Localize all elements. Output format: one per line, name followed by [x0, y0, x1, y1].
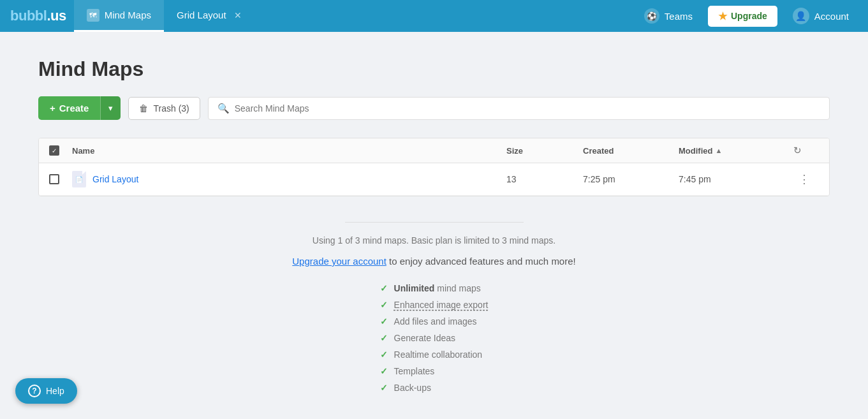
feature-image-export-text: Enhanced image export — [394, 300, 489, 310]
column-name: Name — [72, 146, 506, 156]
tab-mind-maps[interactable]: 🗺 Mind Maps — [74, 0, 164, 32]
search-input[interactable] — [235, 103, 820, 114]
feature-templates-text: Templates — [394, 366, 435, 376]
feature-ideas-text: Generate Ideas — [394, 333, 456, 343]
close-tab-icon[interactable]: ✕ — [234, 10, 242, 20]
tab-mind-maps-label: Mind Maps — [105, 10, 151, 20]
feature-backups: ✓ Back-ups — [380, 379, 489, 396]
nav-tabs: 🗺 Mind Maps Grid Layout ✕ — [74, 0, 254, 32]
feature-realtime-collab: ✓ Realtime collaboration — [380, 346, 489, 363]
column-size: Size — [506, 146, 583, 156]
feature-files-images: ✓ Add files and images — [380, 313, 489, 330]
check-icon-7: ✓ — [380, 383, 388, 393]
plus-icon: + — [50, 103, 55, 114]
column-modified-label: Modified — [679, 146, 712, 156]
app-logo: bubbl.us — [10, 8, 66, 24]
star-icon: ★ — [718, 10, 727, 22]
feature-unlimited-text: Unlimited mind maps — [394, 283, 481, 293]
file-modified: 7:45 pm — [679, 174, 793, 184]
account-label: Account — [814, 11, 849, 22]
main-content: Mind Maps + Create ▾ 🗑 Trash (3) 🔍 ✓ Na — [0, 32, 868, 419]
help-button[interactable]: ? Help — [15, 378, 77, 404]
page-title: Mind Maps — [38, 57, 830, 81]
more-actions-button[interactable]: ⋮ — [793, 170, 815, 189]
check-icon-3: ✓ — [380, 316, 388, 327]
row-actions: ⋮ — [793, 170, 819, 189]
header-right: ⚽ Teams ★ Upgrade 👤 Account — [635, 4, 858, 28]
teams-button[interactable]: ⚽ Teams — [635, 4, 702, 27]
upgrade-suffix: to enjoy advanced features and much more… — [386, 256, 576, 267]
row-checkbox-cell — [49, 174, 72, 184]
select-all-checkbox[interactable]: ✓ — [49, 145, 59, 156]
mind-maps-table: ✓ Name Size Created Modified ▲ ↻ 📄 Grid … — [38, 138, 830, 196]
feature-image-export: ✓ Enhanced image export — [380, 297, 489, 313]
chevron-down-icon: ▾ — [108, 103, 113, 113]
upgrade-button[interactable]: ★ Upgrade — [708, 6, 777, 27]
feature-backups-text: Back-ups — [394, 383, 431, 393]
feature-bold-unlimited: Unlimited — [394, 283, 435, 293]
row-checkbox[interactable] — [49, 174, 59, 184]
sort-ascending-icon: ▲ — [715, 147, 722, 154]
refresh-button[interactable]: ↻ — [793, 145, 802, 156]
table-header: ✓ Name Size Created Modified ▲ ↻ — [39, 138, 829, 163]
feature-unlimited: ✓ Unlimited mind maps — [380, 280, 489, 297]
search-container: 🔍 — [208, 97, 830, 120]
create-dropdown-button[interactable]: ▾ — [100, 96, 121, 120]
file-name[interactable]: Grid Layout — [92, 174, 138, 184]
help-label: Help — [46, 386, 64, 396]
features-list: ✓ Unlimited mind maps ✓ Enhanced image e… — [380, 280, 489, 396]
usage-text: Using 1 of 3 mind maps. Basic plan is li… — [38, 235, 830, 246]
account-button[interactable]: 👤 Account — [784, 4, 858, 28]
help-icon: ? — [28, 385, 41, 397]
check-icon-6: ✓ — [380, 366, 388, 376]
header-checkbox-cell: ✓ — [49, 145, 72, 156]
upgrade-section: Using 1 of 3 mind maps. Basic plan is li… — [38, 216, 830, 415]
create-button-group: + Create ▾ — [38, 96, 121, 120]
file-icon: 📄 — [72, 171, 86, 187]
search-icon: 🔍 — [217, 103, 230, 114]
feature-templates: ✓ Templates — [380, 363, 489, 379]
file-size: 13 — [506, 174, 583, 184]
feature-generate-ideas: ✓ Generate Ideas — [380, 330, 489, 346]
toolbar: + Create ▾ 🗑 Trash (3) 🔍 — [38, 96, 830, 120]
feature-files-text: Add files and images — [394, 316, 477, 327]
tab-grid-layout[interactable]: Grid Layout ✕ — [164, 0, 254, 32]
trash-icon: 🗑 — [139, 103, 148, 114]
upgrade-prompt: Upgrade your account to enjoy advanced f… — [38, 256, 830, 267]
file-created: 7:25 pm — [583, 174, 679, 184]
column-created: Created — [583, 146, 679, 156]
usage-divider — [345, 222, 524, 223]
feature-collab-text: Realtime collaboration — [394, 349, 483, 360]
create-label: Create — [59, 103, 89, 114]
tab-grid-layout-label: Grid Layout — [177, 10, 226, 20]
app-header: bubbl.us 🗺 Mind Maps Grid Layout ✕ ⚽ Tea… — [0, 0, 868, 32]
upgrade-account-link[interactable]: Upgrade your account — [292, 256, 386, 267]
check-icon-5: ✓ — [380, 349, 388, 360]
trash-label: Trash (3) — [153, 103, 189, 114]
upgrade-label: Upgrade — [731, 11, 767, 21]
check-icon-1: ✓ — [380, 283, 388, 293]
column-modified[interactable]: Modified ▲ — [679, 146, 793, 156]
trash-button[interactable]: 🗑 Trash (3) — [128, 97, 200, 120]
teams-icon: ⚽ — [644, 8, 659, 24]
create-button[interactable]: + Create — [38, 96, 100, 120]
account-icon: 👤 — [793, 8, 809, 24]
mind-maps-tab-icon: 🗺 — [87, 9, 99, 22]
column-actions: ↻ — [793, 145, 819, 156]
table-row: 📄 Grid Layout 13 7:25 pm 7:45 pm ⋮ — [39, 163, 829, 196]
check-icon-2: ✓ — [380, 300, 388, 310]
file-name-cell: 📄 Grid Layout — [72, 171, 506, 187]
teams-label: Teams — [665, 11, 693, 22]
check-icon-4: ✓ — [380, 333, 388, 343]
